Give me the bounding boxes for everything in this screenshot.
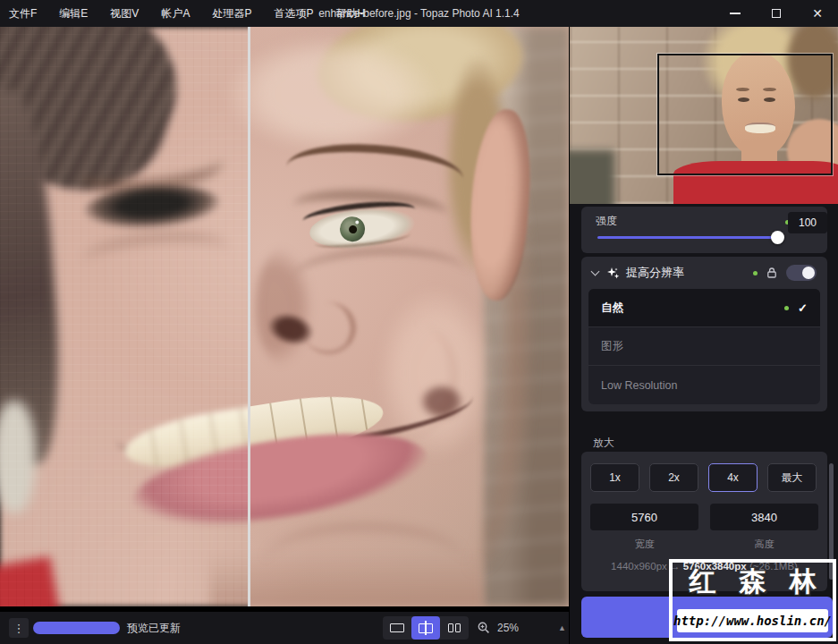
- view-mode-group: [383, 616, 469, 640]
- watermark-name: 红 森 林: [673, 564, 833, 600]
- vertical-dots-icon: ⋮: [13, 623, 25, 634]
- split-view-button[interactable]: [411, 616, 440, 640]
- side-by-side-icon: [448, 623, 461, 632]
- enhance-resolution-header[interactable]: 提高分辨率: [581, 257, 827, 289]
- split-divider-handle[interactable]: [248, 27, 250, 606]
- menu-help[interactable]: 帮助H: [335, 6, 365, 21]
- scale-2x-button[interactable]: 2x: [649, 463, 698, 492]
- upscale-section-title: 放大: [593, 436, 614, 451]
- single-view-button[interactable]: [383, 616, 411, 640]
- maximize-button[interactable]: [756, 0, 797, 27]
- option-active-dot: [784, 306, 789, 310]
- watermark-url: http://www.hoslin.cn/: [673, 614, 832, 628]
- model-option-low-resolution[interactable]: Low Resolution: [588, 366, 820, 404]
- width-label: 宽度: [590, 538, 698, 551]
- enhance-toggle[interactable]: [786, 265, 817, 281]
- sparkles-icon: [606, 267, 620, 280]
- zoom-dropdown-arrow-icon[interactable]: ▲: [558, 623, 566, 632]
- minimize-button[interactable]: [715, 0, 756, 27]
- model-option-graphics[interactable]: 图形: [588, 327, 820, 366]
- height-label: 高度: [710, 538, 818, 551]
- strength-value-input[interactable]: [788, 212, 827, 233]
- zoom-level[interactable]: 25%: [497, 622, 519, 634]
- watermark-frame: 红 森 林 http://www.hoslin.cn/: [669, 559, 836, 641]
- single-view-icon: [390, 623, 404, 632]
- option-label: Low Resolution: [601, 379, 677, 392]
- option-label: 自然: [601, 301, 623, 316]
- scale-mode-row: 1x 2x 4x 最大: [590, 463, 817, 492]
- progress-bar: [33, 622, 120, 634]
- menu-file[interactable]: 文件F: [9, 6, 37, 21]
- model-option-natural[interactable]: 自然 ✓: [588, 289, 820, 327]
- zoom-control: 25% ▲: [477, 612, 566, 644]
- split-view-icon: [419, 623, 433, 633]
- status-bar: ⋮ 预览已更新 25% ▲: [0, 612, 569, 644]
- strength-card: 强度: [581, 207, 827, 253]
- summary-source-size: 1440x960px: [611, 561, 667, 572]
- preview-canvas[interactable]: [0, 27, 569, 606]
- toggle-knob: [802, 267, 815, 279]
- menu-bar: 文件F 编辑E 视图V 帐户A 处理器P 首选项P 帮助H: [9, 0, 365, 27]
- side-by-side-view-button[interactable]: [440, 616, 469, 640]
- enhance-resolution-card: 提高分辨率 自然 ✓ 图形 Low Re: [581, 257, 827, 411]
- menu-edit[interactable]: 编辑E: [59, 6, 88, 21]
- zoom-magnifier-icon[interactable]: [477, 621, 491, 635]
- chevron-down-icon: [591, 267, 600, 276]
- maximize-icon: [772, 9, 781, 18]
- navigation-thumbnail[interactable]: [570, 27, 838, 204]
- scale-4x-button[interactable]: 4x: [708, 463, 758, 492]
- window-controls: ✕: [715, 0, 838, 27]
- menu-processor[interactable]: 处理器P: [212, 6, 251, 21]
- enhance-resolution-title: 提高分辨率: [626, 265, 684, 281]
- viewport-rectangle[interactable]: [657, 54, 833, 175]
- menu-account[interactable]: 帐户A: [161, 6, 190, 21]
- lock-icon[interactable]: [766, 267, 778, 279]
- strength-label: 强度: [596, 214, 617, 229]
- check-icon: ✓: [798, 301, 808, 315]
- close-icon: ✕: [812, 7, 823, 20]
- width-input[interactable]: [590, 504, 698, 530]
- minimize-icon: [730, 13, 741, 14]
- left-column: ⋮ 预览已更新 25% ▲: [0, 27, 569, 644]
- scale-max-button[interactable]: 最大: [767, 463, 817, 492]
- close-button[interactable]: ✕: [797, 0, 838, 27]
- enhance-active-dot: [753, 271, 758, 275]
- strength-slider[interactable]: [597, 236, 777, 239]
- height-input[interactable]: [710, 504, 818, 530]
- scale-1x-button[interactable]: 1x: [590, 463, 639, 492]
- title-bar: 文件F 编辑E 视图V 帐户A 处理器P 首选项P 帮助H enhance-be…: [0, 0, 838, 27]
- more-options-button[interactable]: ⋮: [9, 618, 29, 638]
- menu-preferences[interactable]: 首选项P: [274, 6, 313, 21]
- preview-status-text: 预览已更新: [127, 612, 181, 644]
- menu-view[interactable]: 视图V: [110, 6, 139, 21]
- strength-slider-knob[interactable]: [771, 231, 784, 244]
- option-label: 图形: [601, 339, 623, 354]
- model-option-list: 自然 ✓ 图形 Low Resolution: [588, 289, 820, 404]
- settings-panel: 强度 提高分辨率 自: [570, 27, 838, 644]
- watermark-url-pill: http://www.hoslin.cn/: [677, 609, 828, 632]
